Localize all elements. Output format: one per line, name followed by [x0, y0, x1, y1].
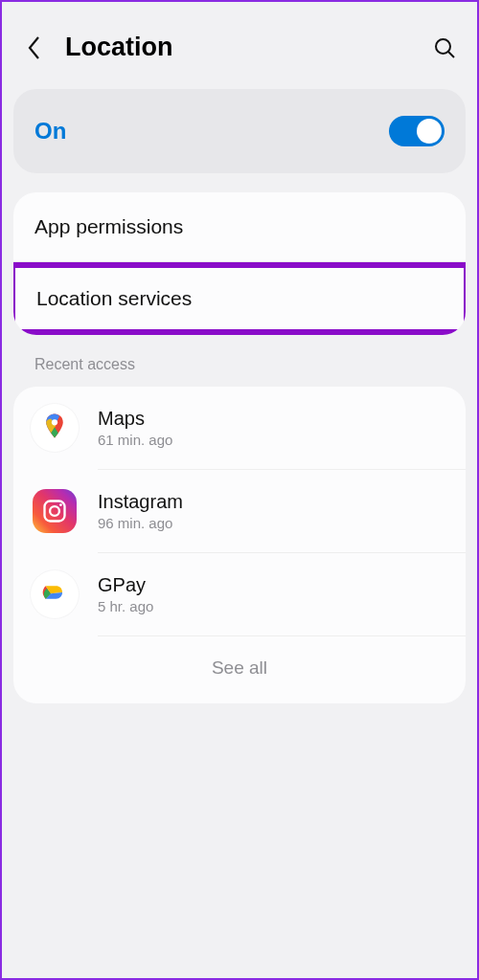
toggle-switch[interactable] [389, 116, 445, 146]
location-services-row[interactable]: Location services [15, 268, 464, 329]
app-time: 61 min. ago [98, 432, 172, 448]
app-permissions-row[interactable]: App permissions [13, 192, 466, 261]
app-name: Maps [98, 408, 172, 430]
recent-app-gpay[interactable]: GPay 5 hr. ago [13, 553, 466, 635]
recent-app-instagram[interactable]: Instagram 96 min. ago [13, 470, 466, 552]
chevron-left-icon [27, 35, 42, 60]
maps-icon [31, 404, 79, 452]
svg-point-2 [52, 419, 57, 425]
svg-point-5 [59, 503, 62, 506]
app-time: 96 min. ago [98, 515, 183, 531]
back-button[interactable] [21, 34, 48, 61]
toggle-label: On [34, 118, 66, 145]
location-services-highlight: Location services [13, 262, 466, 335]
instagram-icon [31, 487, 79, 535]
search-button[interactable] [431, 34, 458, 61]
page-title: Location [65, 33, 431, 62]
gpay-icon [31, 570, 79, 618]
see-all-button[interactable]: See all [13, 636, 466, 703]
recent-access-label: Recent access [13, 335, 466, 387]
app-name: GPay [98, 574, 153, 596]
app-time: 5 hr. ago [98, 598, 153, 614]
svg-point-4 [50, 506, 59, 516]
app-name: Instagram [98, 491, 183, 513]
svg-point-0 [436, 39, 450, 54]
location-toggle-row[interactable]: On [13, 89, 466, 173]
search-icon [433, 36, 456, 59]
svg-line-1 [448, 52, 454, 57]
recent-app-maps[interactable]: Maps 61 min. ago [13, 387, 466, 469]
